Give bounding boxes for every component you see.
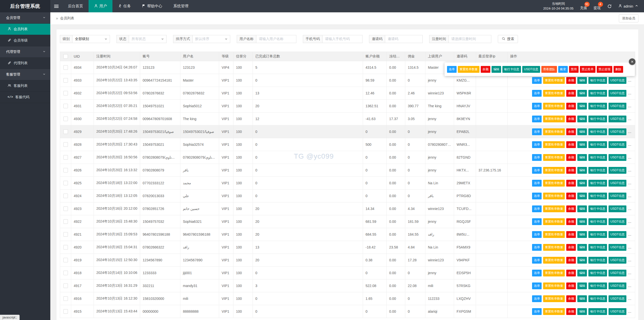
chain-order-button[interactable]: 连单 [532,77,542,84]
edit-button[interactable]: 编辑 [577,308,587,315]
row-checkbox[interactable] [63,142,68,147]
forbid-grab-button[interactable]: 禁止抢单 [580,66,595,73]
usdt-info-button[interactable]: USDT信息 [609,218,626,225]
edit-button[interactable]: 编辑 [577,257,587,264]
delete-button[interactable]: 删除 [614,66,623,73]
row-checkbox[interactable] [63,168,68,172]
withdraw-menu[interactable]: 提现 4 [594,2,601,10]
chain-order-button[interactable]: 连单 [532,103,542,110]
row-checkbox[interactable] [63,104,68,108]
reset-grab-count-button[interactable]: 重置抢单数量 [543,205,565,212]
regtime-input[interactable]: 请选择注册时间 [449,35,491,43]
balance-button[interactable]: 余额 [566,116,576,122]
usdt-info-button[interactable]: USDT信息 [609,180,626,187]
balance-change-button[interactable]: 账变 [558,66,568,73]
balance-button[interactable]: 余额 [566,218,576,225]
reset-grab-count-button[interactable]: 重置抢单数量 [543,116,565,122]
level-select[interactable]: 全部级别 [72,35,110,43]
usdt-info-button[interactable]: USDT信息 [609,244,626,251]
bank-card-info-button[interactable]: 银行卡信息 [588,282,607,289]
sort-select[interactable]: 默认排序 [192,35,230,43]
usdt-info-button[interactable]: USDT信息 [609,167,626,174]
reset-grab-count-button[interactable]: 重置抢单数量 [543,180,565,187]
reset-grab-count-button[interactable]: 重置抢单数量 [458,66,479,73]
usdt-info-button[interactable]: USDT信息 [609,128,626,135]
forbid-withdraw-button[interactable]: 禁止提现 [597,66,612,73]
chain-order-button[interactable]: 连单 [532,282,542,289]
chain-order-button[interactable]: 连单 [532,295,542,302]
bank-card-info-button[interactable]: 银行卡信息 [588,141,607,148]
recharge-menu[interactable]: 充值 91 [580,2,587,10]
row-more-button[interactable]: ... [628,130,631,134]
sidebar-group-service-mgmt[interactable]: 客服管理 [0,69,50,80]
chain-order-button[interactable]: 连单 [447,66,457,73]
bank-card-info-button[interactable]: 银行卡信息 [588,231,607,238]
usdt-info-button[interactable]: USDT信息 [522,66,540,73]
usdt-info-button[interactable]: USDT信息 [609,270,626,276]
nav-item-help[interactable]: 帮助中心 [136,0,168,12]
edit-button[interactable]: 编辑 [577,205,587,212]
chain-order-button[interactable]: 连单 [532,116,542,122]
usdt-info-button[interactable]: USDT信息 [609,257,626,264]
edit-button[interactable]: 编辑 [577,180,587,187]
usdt-info-button[interactable]: USDT信息 [609,308,626,315]
row-more-button[interactable]: ... [628,271,631,275]
nav-item-users[interactable]: 用户 [89,0,112,12]
usdt-info-button[interactable]: USDT信息 [609,154,626,161]
reset-grab-count-button[interactable]: 重置抢单数量 [543,193,565,199]
chain-order-button[interactable]: 连单 [532,308,542,315]
row-checkbox[interactable] [63,206,68,211]
row-more-button[interactable]: ... [628,104,631,108]
edit-button[interactable]: 编辑 [577,116,587,122]
chain-order-button[interactable]: 连单 [532,154,542,161]
reset-grab-count-button[interactable]: 重置抢单数量 [543,308,565,315]
bank-card-info-button[interactable]: 银行卡信息 [588,154,607,161]
chain-order-button[interactable]: 连单 [532,128,542,135]
edit-button[interactable]: 编辑 [577,218,587,225]
reset-grab-count-button[interactable]: 重置抢单数量 [543,231,565,238]
balance-button[interactable]: 余额 [566,167,576,174]
row-more-button[interactable]: ... [628,168,631,172]
row-checkbox[interactable] [63,117,68,121]
edit-button[interactable]: 编辑 [577,141,587,148]
invite-code-input[interactable]: 邀请码 [385,35,423,43]
balance-button[interactable]: 余额 [481,66,490,73]
chain-order-button[interactable]: 连单 [532,244,542,251]
bank-card-info-button[interactable]: 银行卡信息 [588,77,607,84]
bank-card-info-button[interactable]: 银行卡信息 [588,90,607,97]
row-more-button[interactable]: ... [628,91,631,95]
row-checkbox[interactable] [63,271,68,275]
usdt-info-button[interactable]: USDT信息 [609,77,626,84]
balance-button[interactable]: 余额 [566,128,576,135]
sidebar-item-agent-list[interactable]: 代理列表 [0,58,50,69]
select-all-checkbox[interactable] [63,54,68,59]
edit-button[interactable]: 编辑 [577,295,587,302]
sidebar-item-service-code[interactable]: </> 客服代码 [0,92,50,103]
row-checkbox[interactable] [63,296,68,301]
row-more-button[interactable]: ... [628,284,631,288]
nav-item-tasks[interactable]: 任务 [112,0,136,12]
status-select[interactable]: 所有状态 [129,35,167,43]
usdt-info-button[interactable]: USDT信息 [609,205,626,212]
sidebar-item-member-list[interactable]: 会员列表 [0,24,50,35]
row-checkbox[interactable] [63,219,68,224]
row-more-button[interactable]: ... [628,156,631,159]
row-checkbox[interactable] [63,283,68,288]
disable-button[interactable]: 禁用 [569,66,579,73]
chain-order-button[interactable]: 连单 [532,270,542,276]
bank-card-info-button[interactable]: 银行卡信息 [588,180,607,187]
reset-grab-count-button[interactable]: 重置抢单数量 [543,167,565,174]
row-more-button[interactable]: ... [628,194,631,198]
row-more-button[interactable]: ... [628,245,631,249]
chain-order-button[interactable]: 连单 [532,205,542,212]
usdt-info-button[interactable]: USDT信息 [609,141,626,148]
user-menu[interactable]: admin [618,4,638,9]
usdt-info-button[interactable]: USDT信息 [609,90,626,97]
balance-button[interactable]: 余额 [566,77,576,84]
bank-card-info-button[interactable]: 银行卡信息 [588,295,607,302]
reset-grab-count-button[interactable]: 重置抢单数量 [543,282,565,289]
edit-button[interactable]: 编辑 [577,128,587,135]
sidebar-item-service-list[interactable]: 客服列表 [0,80,50,92]
edit-button[interactable]: 编辑 [577,270,587,276]
balance-button[interactable]: 余额 [566,282,576,289]
